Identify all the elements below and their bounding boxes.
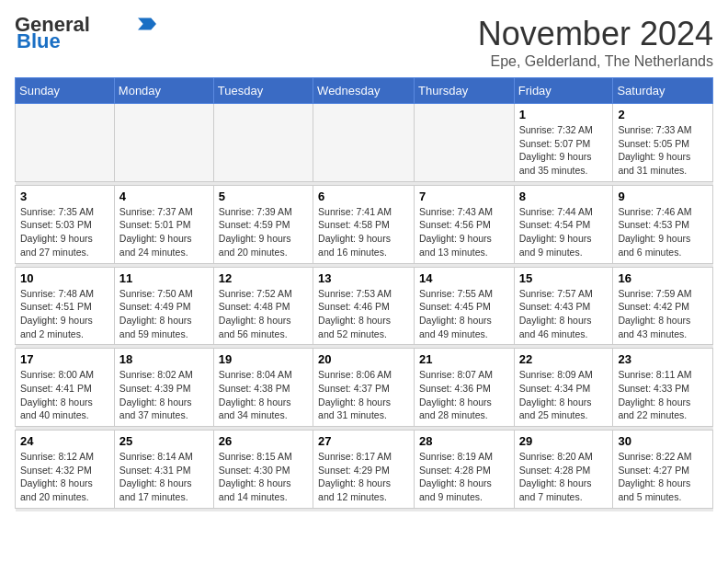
day-info: Sunrise: 7:59 AM Sunset: 4:42 PM Dayligh… [618,287,708,341]
day-number: 24 [20,434,109,448]
calendar-cell [313,104,415,182]
day-number: 14 [419,271,509,285]
day-number: 18 [119,352,209,366]
logo-blue-text: Blue [17,31,61,52]
weekday-header-friday: Friday [514,78,613,104]
day-info: Sunrise: 8:06 AM Sunset: 4:37 PM Dayligh… [318,368,409,422]
weekday-header-row: SundayMondayTuesdayWednesdayThursdayFrid… [16,78,713,104]
day-info: Sunrise: 7:37 AM Sunset: 5:01 PM Dayligh… [119,205,209,259]
day-info: Sunrise: 7:48 AM Sunset: 4:51 PM Dayligh… [20,287,109,341]
calendar-cell: 21Sunrise: 8:07 AM Sunset: 4:36 PM Dayli… [415,349,515,427]
day-number: 15 [519,271,609,285]
subtitle: Epe, Gelderland, The Netherlands [478,53,713,70]
weekday-header-sunday: Sunday [16,78,115,104]
calendar-cell: 10Sunrise: 7:48 AM Sunset: 4:51 PM Dayli… [16,267,115,345]
calendar-cell [114,104,213,182]
day-info: Sunrise: 8:17 AM Sunset: 4:29 PM Dayligh… [318,450,409,504]
weekday-header-monday: Monday [114,78,213,104]
calendar-cell: 17Sunrise: 8:00 AM Sunset: 4:41 PM Dayli… [16,349,115,427]
day-number: 30 [618,434,708,448]
day-info: Sunrise: 7:41 AM Sunset: 4:58 PM Dayligh… [318,205,409,259]
day-number: 19 [219,352,308,366]
day-number: 16 [618,271,708,285]
calendar-cell: 23Sunrise: 8:11 AM Sunset: 4:33 PM Dayli… [613,349,713,427]
calendar-cell: 27Sunrise: 8:17 AM Sunset: 4:29 PM Dayli… [313,431,415,509]
calendar-cell: 15Sunrise: 7:57 AM Sunset: 4:43 PM Dayli… [514,267,613,345]
weekday-header-wednesday: Wednesday [313,78,415,104]
day-info: Sunrise: 8:20 AM Sunset: 4:28 PM Dayligh… [519,450,609,504]
day-number: 4 [119,190,209,203]
day-info: Sunrise: 8:15 AM Sunset: 4:30 PM Dayligh… [219,450,308,504]
week-row-1: 1Sunrise: 7:32 AM Sunset: 5:07 PM Daylig… [16,104,713,182]
week-row-3: 10Sunrise: 7:48 AM Sunset: 4:51 PM Dayli… [16,267,713,345]
day-number: 11 [119,271,209,285]
calendar-cell: 16Sunrise: 7:59 AM Sunset: 4:42 PM Dayli… [613,267,713,345]
day-number: 26 [219,434,308,448]
day-info: Sunrise: 8:11 AM Sunset: 4:33 PM Dayligh… [618,368,708,422]
calendar-cell: 12Sunrise: 7:52 AM Sunset: 4:48 PM Dayli… [213,267,313,345]
page-header: General Blue November 2024 Epe, Gelderla… [15,15,713,70]
day-number: 5 [219,190,308,203]
calendar-cell: 8Sunrise: 7:44 AM Sunset: 4:54 PM Daylig… [514,185,613,263]
day-number: 27 [318,434,409,448]
day-number: 25 [119,434,209,448]
day-info: Sunrise: 7:32 AM Sunset: 5:07 PM Dayligh… [519,123,609,178]
calendar-cell: 25Sunrise: 8:14 AM Sunset: 4:31 PM Dayli… [114,431,213,509]
calendar-cell: 22Sunrise: 8:09 AM Sunset: 4:34 PM Dayli… [514,349,613,427]
calendar-cell: 20Sunrise: 8:06 AM Sunset: 4:37 PM Dayli… [313,349,415,427]
day-number: 1 [519,108,609,121]
calendar-cell [16,104,115,182]
calendar-cell: 19Sunrise: 8:04 AM Sunset: 4:38 PM Dayli… [213,349,313,427]
day-number: 10 [20,271,109,285]
day-number: 28 [419,434,509,448]
calendar-cell: 14Sunrise: 7:55 AM Sunset: 4:45 PM Dayli… [415,267,515,345]
calendar-cell: 5Sunrise: 7:39 AM Sunset: 4:59 PM Daylig… [213,185,313,263]
calendar-table: SundayMondayTuesdayWednesdayThursdayFrid… [15,77,713,511]
day-info: Sunrise: 8:19 AM Sunset: 4:28 PM Dayligh… [419,450,509,504]
weekday-header-thursday: Thursday [415,78,515,104]
calendar-cell: 2Sunrise: 7:33 AM Sunset: 5:05 PM Daylig… [613,104,713,182]
calendar-cell [415,104,515,182]
calendar-cell: 11Sunrise: 7:50 AM Sunset: 4:49 PM Dayli… [114,267,213,345]
day-number: 29 [519,434,609,448]
day-number: 22 [519,352,609,366]
calendar-cell: 1Sunrise: 7:32 AM Sunset: 5:07 PM Daylig… [514,104,613,182]
day-info: Sunrise: 7:39 AM Sunset: 4:59 PM Dayligh… [219,205,308,259]
day-info: Sunrise: 7:57 AM Sunset: 4:43 PM Dayligh… [519,287,609,341]
calendar-cell: 30Sunrise: 8:22 AM Sunset: 4:27 PM Dayli… [613,431,713,509]
day-number: 3 [20,190,109,203]
day-number: 12 [219,271,308,285]
calendar-cell [213,104,313,182]
day-number: 7 [419,190,509,203]
calendar-cell: 29Sunrise: 8:20 AM Sunset: 4:28 PM Dayli… [514,431,613,509]
calendar-cell: 13Sunrise: 7:53 AM Sunset: 4:46 PM Dayli… [313,267,415,345]
day-info: Sunrise: 8:02 AM Sunset: 4:39 PM Dayligh… [119,368,209,422]
day-info: Sunrise: 7:43 AM Sunset: 4:56 PM Dayligh… [419,205,509,259]
main-title: November 2024 [478,15,713,53]
calendar-cell: 24Sunrise: 8:12 AM Sunset: 4:32 PM Dayli… [16,431,115,509]
day-number: 8 [519,190,609,203]
title-block: November 2024 Epe, Gelderland, The Nethe… [478,15,713,70]
day-number: 13 [318,271,409,285]
day-info: Sunrise: 8:14 AM Sunset: 4:31 PM Dayligh… [119,450,209,504]
weekday-header-saturday: Saturday [613,78,713,104]
day-info: Sunrise: 7:53 AM Sunset: 4:46 PM Dayligh… [318,287,409,341]
day-info: Sunrise: 7:44 AM Sunset: 4:54 PM Dayligh… [519,205,609,259]
calendar-cell: 6Sunrise: 7:41 AM Sunset: 4:58 PM Daylig… [313,185,415,263]
svg-marker-0 [138,18,156,30]
day-info: Sunrise: 7:46 AM Sunset: 4:53 PM Dayligh… [618,205,708,259]
day-info: Sunrise: 8:09 AM Sunset: 4:34 PM Dayligh… [519,368,609,422]
day-info: Sunrise: 7:52 AM Sunset: 4:48 PM Dayligh… [219,287,308,341]
day-info: Sunrise: 8:12 AM Sunset: 4:32 PM Dayligh… [20,450,109,504]
day-info: Sunrise: 8:04 AM Sunset: 4:38 PM Dayligh… [219,368,308,422]
day-info: Sunrise: 8:07 AM Sunset: 4:36 PM Dayligh… [419,368,509,422]
calendar-cell: 4Sunrise: 7:37 AM Sunset: 5:01 PM Daylig… [114,185,213,263]
day-info: Sunrise: 8:00 AM Sunset: 4:41 PM Dayligh… [20,368,109,422]
calendar-cell: 18Sunrise: 8:02 AM Sunset: 4:39 PM Dayli… [114,349,213,427]
day-info: Sunrise: 7:33 AM Sunset: 5:05 PM Dayligh… [618,123,708,178]
day-info: Sunrise: 7:35 AM Sunset: 5:03 PM Dayligh… [20,205,109,259]
day-info: Sunrise: 7:55 AM Sunset: 4:45 PM Dayligh… [419,287,509,341]
day-info: Sunrise: 7:50 AM Sunset: 4:49 PM Dayligh… [119,287,209,341]
week-row-4: 17Sunrise: 8:00 AM Sunset: 4:41 PM Dayli… [16,349,713,427]
day-number: 9 [618,190,708,203]
